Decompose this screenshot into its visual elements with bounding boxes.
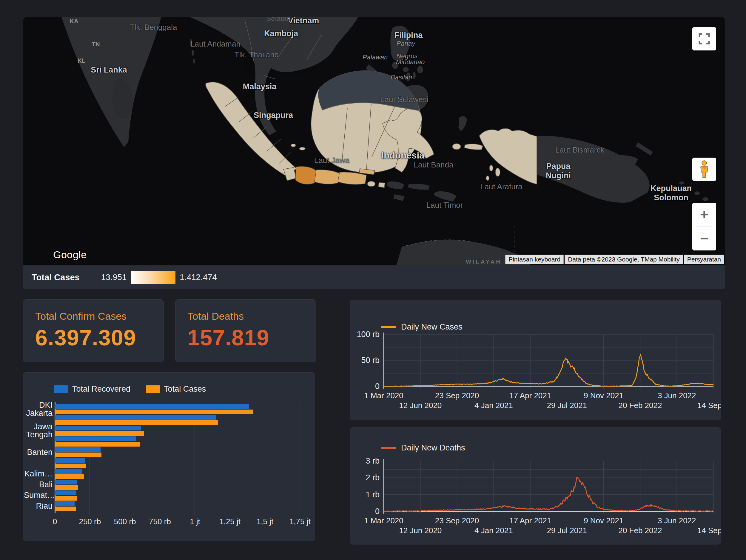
map-canvas[interactable]: KATNKLSri LankaTlk. BenggalaLaut Andaman… bbox=[23, 17, 725, 265]
category-label-bali: Bali bbox=[24, 481, 53, 489]
legend-label: Daily New Deaths bbox=[401, 443, 465, 452]
map-label-tlk-thailand: Tlk. Thailand bbox=[234, 51, 279, 59]
bar-total-recovered-jawa-timur bbox=[55, 437, 136, 441]
x-tick-label: 14 Sep… bbox=[685, 401, 721, 410]
x-tick-label: 1,75 jt bbox=[276, 517, 324, 526]
bar-total-cases-jawa-barat bbox=[55, 420, 218, 425]
x-tick-label: 9 Nov 2021 bbox=[575, 516, 632, 525]
total-deaths-card: Total Deaths 157.819 bbox=[175, 300, 316, 362]
daily-new-cases-line bbox=[384, 354, 714, 386]
x-tick-label: 17 Apr 2021 bbox=[502, 391, 558, 400]
bar-total-cases-kalimantan-timur bbox=[55, 474, 84, 479]
legend-line-swatch bbox=[381, 447, 396, 449]
map-label-laut-jawa: Laut Jawa bbox=[314, 156, 350, 165]
map-label-mindanao: Mindanao bbox=[396, 58, 425, 66]
line-legend-daily-new-deaths[interactable]: Daily New Deaths bbox=[381, 443, 465, 452]
legend-gradient-bar bbox=[131, 271, 175, 284]
map-label-tn: TN bbox=[92, 41, 100, 48]
map-label-filipina: Filipina bbox=[395, 31, 423, 40]
x-tick-label: 4 Jan 2021 bbox=[465, 401, 522, 410]
map-label-laut-bismarck: Laut Bismarck bbox=[555, 146, 605, 155]
map-label-laut-timor: Laut Timor bbox=[426, 201, 463, 210]
y-tick-label: 2 rb bbox=[353, 473, 379, 482]
map-label-selatan: Selatan bbox=[266, 17, 290, 23]
province-bar-chart-card: Total RecoveredTotal Cases 0250 rb500 rb… bbox=[23, 372, 315, 541]
bar-total-recovered-jawa-tengah bbox=[55, 426, 141, 430]
map-labels: KATNKLSri LankaTlk. BenggalaLaut Andaman… bbox=[23, 17, 725, 265]
bar-total-cases-jawa-tengah bbox=[55, 431, 144, 436]
map-label-laut-banda: Laut Banda bbox=[413, 161, 453, 170]
x-tick-label: 9 Nov 2021 bbox=[575, 391, 632, 400]
keyboard-shortcuts-link[interactable]: Pintasan keyboard bbox=[505, 255, 564, 264]
terms-link[interactable]: Persyaratan bbox=[684, 255, 724, 264]
map-label-basilan: Basilan bbox=[391, 74, 412, 81]
fullscreen-button[interactable] bbox=[692, 27, 716, 51]
bar-total-cases-di-yogyakarta bbox=[55, 464, 86, 468]
bar-chart-plot: 0250 rb500 rb750 rb1 jt1,25 jt1,5 jt1,75… bbox=[23, 372, 315, 541]
bar-total-recovered-banten bbox=[55, 447, 101, 452]
map-attribution: Pintasan keyboard Data peta ©2023 Google… bbox=[505, 255, 724, 264]
bar-total-recovered-riau bbox=[55, 501, 75, 506]
map-label-laut-sulawesi: Laut Sulawesi bbox=[380, 95, 429, 104]
dashboard: KATNKLSri LankaTlk. BenggalaLaut Andaman… bbox=[0, 0, 746, 560]
legend-min-value: 13.951 bbox=[101, 273, 127, 282]
street-view-pegman-button[interactable] bbox=[692, 158, 716, 181]
x-tick-label: 23 Sep 2020 bbox=[429, 516, 486, 525]
x-tick-label: 29 Jul 2021 bbox=[539, 526, 595, 535]
map-data-attribution: Data peta ©2023 Google, TMap Mobility bbox=[565, 255, 683, 264]
legend-max-value: 1.412.474 bbox=[180, 273, 217, 282]
map-label-vietnam: Vietnam bbox=[288, 17, 319, 26]
map-label-malaysia: Malaysia bbox=[243, 82, 277, 91]
legend-line-swatch bbox=[381, 326, 396, 328]
stat-label: Total Deaths bbox=[188, 310, 304, 322]
x-tick-label: 20 Feb 2022 bbox=[612, 526, 668, 535]
stat-value: 157.819 bbox=[188, 325, 304, 351]
bar-total-cases-dki-jakarta bbox=[55, 410, 253, 414]
y-tick-label: 0 bbox=[353, 507, 379, 516]
map-label-wilayah: WILAYAH bbox=[466, 258, 501, 265]
zoom-out-button[interactable]: − bbox=[692, 227, 716, 251]
y-tick-label: 1 rb bbox=[353, 490, 379, 499]
line-legend-daily-new-cases[interactable]: Daily New Cases bbox=[381, 323, 462, 332]
bar-total-cases-jawa-timur bbox=[55, 442, 140, 447]
map-label-kepulauan-solomon: Kepulauan Solomon bbox=[651, 184, 692, 202]
bar-total-recovered-jawa-barat bbox=[55, 415, 216, 420]
x-tick-label: 12 Jun 2020 bbox=[392, 526, 449, 535]
bar-total-recovered-di-yogyakarta bbox=[55, 458, 85, 463]
daily-new-deaths-card: Daily New Deaths3 rb2 rb1 rb01 Mar 20201… bbox=[350, 427, 721, 544]
map-label-papua-nugini: Papua Nugini bbox=[546, 162, 571, 180]
x-tick-label: 1 Mar 2020 bbox=[355, 516, 412, 525]
x-tick-label: 17 Apr 2021 bbox=[502, 516, 558, 525]
bar-total-recovered-kalimantan-timur bbox=[55, 469, 82, 474]
x-tick-label: 4 Jan 2021 bbox=[465, 526, 522, 535]
map-label-sri-lanka: Sri Lanka bbox=[91, 65, 127, 75]
category-label-kalimantan-timur: Kalim… bbox=[24, 470, 53, 478]
gridline bbox=[230, 404, 230, 515]
bar-total-recovered-bali bbox=[55, 480, 77, 484]
bar-total-cases-riau bbox=[55, 507, 76, 511]
category-label-banten: Banten bbox=[24, 448, 53, 456]
map-label-ka: KA bbox=[70, 18, 79, 25]
zoom-in-button[interactable]: + bbox=[692, 203, 716, 227]
x-tick-label: 20 Feb 2022 bbox=[612, 401, 668, 410]
x-tick-label: 23 Sep 2020 bbox=[429, 391, 486, 400]
x-tick-label: 12 Jun 2020 bbox=[392, 401, 449, 410]
legend-label: Daily New Cases bbox=[401, 323, 462, 332]
map-label-negros: Negros bbox=[397, 52, 418, 60]
map-label-kamboja: Kamboja bbox=[264, 29, 298, 38]
zoom-control: + − bbox=[692, 203, 716, 250]
map-label-palawan: Palawan bbox=[363, 53, 388, 61]
bar-total-cases-banten bbox=[55, 452, 102, 457]
map-label-laut-andaman: Laut Andaman bbox=[191, 40, 240, 49]
legend-title: Total Cases bbox=[32, 273, 80, 282]
pegman-icon bbox=[698, 160, 711, 178]
bar-total-cases-sumatera-utara bbox=[55, 496, 77, 501]
bar-total-recovered-sumatera-utara bbox=[55, 491, 76, 495]
x-tick-label: 1 Mar 2020 bbox=[355, 391, 412, 400]
map-label-tlk-benggala: Tlk. Benggala bbox=[130, 23, 177, 32]
map-label-kl: KL bbox=[78, 57, 86, 64]
y-tick-label: 0 bbox=[353, 382, 379, 391]
x-tick-label: 3 Jun 2022 bbox=[649, 391, 705, 400]
map-label-panay: Panay bbox=[397, 40, 415, 47]
y-tick-label: 50 rb bbox=[353, 356, 379, 365]
